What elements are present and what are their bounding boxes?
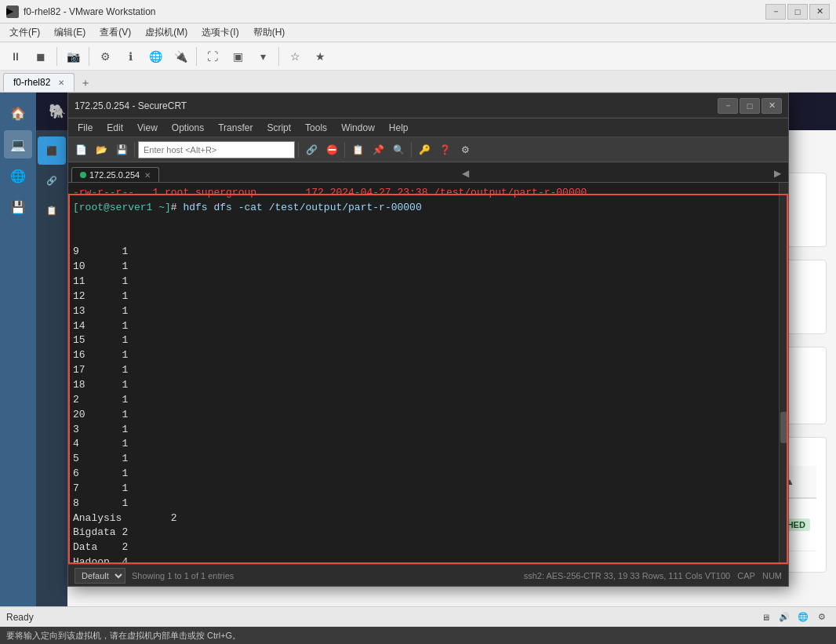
scrt-tab-dot [80, 172, 86, 178]
terminal-scrollbar[interactable] [779, 183, 788, 564]
scrt-btn-connect[interactable]: 🔗 [302, 140, 321, 159]
scrt-btn-copy[interactable]: 📋 [348, 140, 367, 159]
securecrt-close[interactable]: ✕ [761, 98, 782, 114]
scrt-menu-script[interactable]: Script [260, 121, 297, 135]
vm-tab-active[interactable]: f0-rhel82 ✕ [3, 73, 75, 92]
scrt-btn-find[interactable]: 🔍 [389, 140, 408, 159]
main-content: 🏠 💻 🌐 💾 🐘 Hadoop Overview Nodes Applicat… [0, 93, 836, 606]
toolbar-sep-2 [89, 47, 89, 66]
scrt-active-tab[interactable]: 172.25.0.254 ✕ [71, 167, 159, 182]
vm-tab-add[interactable]: ＋ [76, 75, 95, 92]
menu-file[interactable]: 文件(F) [3, 24, 46, 41]
tray-icon-1[interactable]: 🖥 [758, 609, 773, 625]
scrt-btn-disconnect[interactable]: ⛔ [322, 140, 341, 159]
scrt-btn-question[interactable]: ❓ [435, 140, 454, 159]
terminal-content[interactable]: -rw-r--r-- 1 root supergroup 172 2024-04… [68, 183, 779, 564]
scrt-btn-open[interactable]: 📂 [92, 140, 111, 159]
file-info-line: -rw-r--r-- 1 root supergroup 172 2024-04… [73, 187, 587, 198]
toolbar-snap[interactable]: 📷 [62, 45, 84, 67]
toolbar-settings[interactable]: ⚙ [94, 45, 116, 67]
scrt-menu-view[interactable]: View [131, 121, 164, 135]
scrt-sep-2 [298, 142, 299, 158]
scrt-sep-4 [411, 142, 412, 158]
toolbar-network[interactable]: 🌐 [144, 45, 166, 67]
scrt-ssh-info: ssh2: AES-256-CTR 33, 19 33 Rows, 111 Co… [524, 571, 731, 580]
vm-tabbar: f0-rhel82 ✕ ＋ [0, 71, 836, 93]
notification-bar: 要将输入定向到该虚拟机，请在虚拟机内部单击或按 Ctrl+G。 [0, 627, 836, 644]
scrt-btn-save[interactable]: 💾 [112, 140, 131, 159]
sidebar-vm[interactable]: 💻 [4, 130, 32, 158]
sidebar-storage[interactable]: 💾 [4, 193, 32, 221]
terminal-scrollbar-thumb[interactable] [780, 412, 787, 443]
viewport-area: 🐘 Hadoop Overview Nodes Applications ⬛ 🔗… [36, 93, 836, 606]
scrt-bottom-right: ssh2: AES-256-CTR 33, 19 33 Rows, 111 Co… [524, 571, 782, 580]
vmware-menubar: 文件(F) 编辑(E) 查看(V) 虚拟机(M) 选项卡(I) 帮助(H) [0, 24, 836, 42]
scrt-nav-left[interactable]: ◀ [458, 165, 472, 182]
vm-tab-close[interactable]: ✕ [58, 78, 64, 87]
hadoop-sidebar-nodes[interactable]: 🔗 [38, 166, 66, 195]
vmware-status: Ready [6, 612, 34, 623]
toolbar-sep-1 [56, 47, 57, 66]
close-button[interactable]: ✕ [809, 4, 830, 20]
app-icon: ▶ [6, 5, 19, 18]
securecrt-minimize[interactable]: － [718, 98, 738, 114]
toolbar-stop[interactable]: ◼ [30, 45, 52, 67]
tray-icon-4[interactable]: ⚙ [814, 609, 830, 625]
menu-vm[interactable]: 虚拟机(M) [139, 24, 194, 41]
scrt-menu-file[interactable]: File [71, 121, 99, 135]
securecrt-tabbar: 172.25.0.254 ✕ ◀ ▶ [68, 162, 788, 183]
menu-help[interactable]: 帮助(H) [247, 24, 292, 41]
toolbar-star[interactable]: ★ [309, 45, 331, 67]
window-controls: － □ ✕ [765, 4, 830, 20]
scrt-menu-transfer[interactable]: Transfer [212, 121, 259, 135]
scrt-btn-new[interactable]: 📄 [71, 140, 90, 159]
scrt-menu-options[interactable]: Options [165, 121, 210, 135]
toolbar-fullscreen[interactable]: ⛶ [202, 45, 224, 67]
sidebar-home[interactable]: 🏠 [4, 99, 32, 127]
scrt-num: NUM [762, 571, 782, 580]
left-sidebar: 🏠 💻 🌐 💾 [0, 93, 36, 606]
toolbar-bookmark[interactable]: ☆ [284, 45, 306, 67]
toolbar-unity[interactable]: ▣ [227, 45, 249, 67]
tray-icon-3[interactable]: 🌐 [795, 609, 811, 625]
scrt-cap: CAP [737, 571, 754, 580]
terminal-area[interactable]: -rw-r--r-- 1 root supergroup 172 2024-04… [68, 183, 788, 564]
maximize-button[interactable]: □ [787, 4, 808, 20]
scrt-host-input[interactable] [138, 141, 295, 158]
toolbar-sep-3 [196, 47, 197, 66]
toolbar-more[interactable]: ▾ [252, 45, 274, 67]
scrt-nav-right[interactable]: ▶ [771, 165, 785, 182]
scrt-menu-tools[interactable]: Tools [299, 121, 333, 135]
toolbar-sep-4 [278, 47, 279, 66]
scrt-bottom-info: Showing 1 to 1 of 1 entries [132, 571, 234, 580]
scrt-btn-key[interactable]: 🔑 [415, 140, 434, 159]
scrt-session-select[interactable]: Default [75, 568, 125, 584]
menu-edit[interactable]: 编辑(E) [48, 24, 92, 41]
menu-view[interactable]: 查看(V) [93, 24, 137, 41]
hadoop-sidebar-apps[interactable]: 📋 [38, 196, 66, 224]
tray-icon-2[interactable]: 🔊 [776, 609, 792, 625]
window-title: f0-rhel82 - VMware Workstation [24, 6, 765, 17]
hadoop-sidebar-cluster[interactable]: ⬛ [38, 136, 66, 165]
toolbar-pause[interactable]: ⏸ [5, 45, 27, 67]
toolbar-usb[interactable]: 🔌 [169, 45, 191, 67]
toolbar-info[interactable]: ℹ [119, 45, 141, 67]
scrt-menu-help[interactable]: Help [383, 121, 415, 135]
securecrt-title: 172.25.0.254 - SecureCRT [75, 100, 718, 111]
menu-tabs[interactable]: 选项卡(I) [195, 24, 245, 41]
scrt-menu-edit[interactable]: Edit [100, 121, 129, 135]
securecrt-toolbar: 📄 📂 💾 🔗 ⛔ 📋 📌 🔍 🔑 ❓ ⚙ [68, 137, 788, 162]
securecrt-bottombar: Default Showing 1 to 1 of 1 entries ssh2… [68, 564, 788, 586]
term-data: 9 1 10 1 11 1 12 1 13 1 14 1 15 1 16 1 1… [73, 246, 177, 564]
minimize-button[interactable]: － [765, 4, 786, 20]
securecrt-window: 172.25.0.254 - SecureCRT － □ ✕ File Edit… [67, 93, 789, 587]
scrt-tab-close[interactable]: ✕ [144, 171, 151, 180]
hadoop-sidebar: ⬛ 🔗 📋 [36, 130, 67, 606]
scrt-menu-window[interactable]: Window [335, 121, 381, 135]
scrt-btn-settings[interactable]: ⚙ [456, 140, 474, 159]
sidebar-network[interactable]: 🌐 [4, 162, 32, 190]
vm-tab-label: f0-rhel82 [13, 77, 50, 88]
securecrt-maximize[interactable]: □ [740, 98, 760, 114]
scrt-sep-1 [134, 142, 135, 158]
scrt-btn-paste[interactable]: 📌 [369, 140, 387, 159]
